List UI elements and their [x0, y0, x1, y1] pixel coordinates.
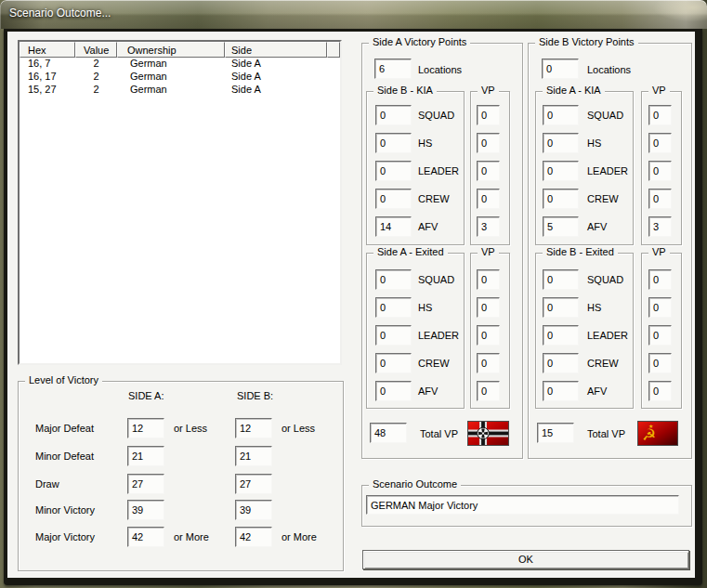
exited-unit-label: CREW: [587, 358, 619, 369]
scenario-outcome-field[interactable]: GERMAN Major Victory: [366, 495, 679, 515]
kia-count-field[interactable]: 0: [375, 189, 412, 209]
table-row[interactable]: 16, 17 2 German Side A: [20, 71, 340, 84]
lov-side-b-field[interactable]: 12: [235, 418, 272, 438]
lov-side-b-field[interactable]: 27: [235, 474, 272, 494]
kia-vp-field[interactable]: 3: [477, 216, 500, 237]
kia-count-field[interactable]: 5: [543, 216, 579, 237]
side-b-locations-label: Locations: [587, 64, 631, 75]
kia-vp-field[interactable]: 0: [648, 161, 672, 181]
exited-vp-field[interactable]: 0: [648, 353, 672, 373]
exited-count-field[interactable]: 0: [543, 381, 579, 401]
lov-side-a-field[interactable]: 21: [127, 446, 164, 466]
exited-count-field[interactable]: 0: [543, 353, 579, 373]
kia-unit-label: CREW: [418, 193, 450, 204]
column-header-hex[interactable]: Hex: [20, 42, 75, 58]
kia-vp-field[interactable]: 0: [648, 189, 672, 209]
exited-count-field[interactable]: 0: [543, 297, 579, 318]
dialog-client: Hex Value Ownership Side 16, 7 2 German …: [7, 32, 695, 578]
lov-side-a-suffix: or More: [174, 531, 209, 542]
kia-vp-field[interactable]: 3: [648, 216, 672, 237]
cell-ownership: German: [117, 71, 225, 84]
kia-count-field[interactable]: 0: [543, 105, 579, 125]
side-a-locations-label: Locations: [418, 64, 462, 75]
side-b-locations-field[interactable]: 0: [542, 59, 579, 79]
locations-table[interactable]: Hex Value Ownership Side 16, 7 2 German …: [18, 40, 342, 365]
locations-table-header: Hex Value Ownership Side: [20, 42, 340, 58]
exited-vp-field[interactable]: 0: [648, 381, 672, 401]
column-header-value[interactable]: Value: [75, 42, 117, 58]
lov-side-a-field[interactable]: 39: [127, 500, 164, 520]
vp-title: VP: [648, 246, 670, 257]
lov-side-a-field[interactable]: 27: [127, 474, 164, 494]
kia-unit-label: SQUAD: [418, 110, 454, 121]
kia-vp-field[interactable]: 0: [648, 105, 672, 125]
exited-count-field[interactable]: 0: [375, 325, 412, 346]
lov-side-b-suffix: or Less: [281, 423, 315, 434]
exited-count-field[interactable]: 0: [543, 325, 579, 346]
cell-hex: 16, 7: [20, 58, 75, 71]
exited-vp-field[interactable]: 0: [648, 269, 672, 290]
kia-vp-field[interactable]: 0: [477, 189, 500, 209]
window-titlebar[interactable]: Scenario Outcome...: [0, 0, 707, 29]
side-b-total-vp-label: Total VP: [587, 428, 625, 439]
exited-vp-field[interactable]: 0: [648, 325, 672, 346]
side-b-panel-title: Side B Victory Points: [535, 36, 638, 47]
exited-vp-field[interactable]: 0: [477, 269, 500, 290]
svg-text:★: ★: [648, 423, 653, 429]
side-a-total-vp-field[interactable]: 48: [370, 423, 407, 443]
exited-unit-label: HS: [418, 302, 432, 313]
exited-vp-field[interactable]: 0: [648, 297, 672, 318]
kia-unit-label: LEADER: [418, 165, 459, 176]
exited-count-field[interactable]: 0: [375, 297, 412, 318]
exited-unit-label: HS: [587, 302, 601, 313]
side-b-kia-title: Side A - KIA: [543, 85, 605, 96]
column-header-ownership[interactable]: Ownership: [117, 42, 225, 58]
lov-side-a-field[interactable]: 12: [127, 418, 164, 438]
kia-unit-label: CREW: [587, 193, 619, 204]
kia-count-field[interactable]: 0: [375, 105, 412, 125]
ok-button[interactable]: OK: [362, 550, 689, 569]
column-header-side[interactable]: Side: [225, 42, 327, 58]
side-a-locations-field[interactable]: 6: [374, 59, 412, 79]
kia-unit-label: LEADER: [587, 165, 628, 176]
side-b-total-vp-field[interactable]: 15: [537, 423, 574, 443]
table-row[interactable]: 15, 27 2 German Side A: [20, 84, 340, 97]
exited-vp-field[interactable]: 0: [477, 381, 500, 401]
kia-count-field[interactable]: 0: [543, 133, 579, 153]
exited-count-field[interactable]: 0: [543, 269, 579, 290]
lov-side-b-field[interactable]: 21: [235, 446, 272, 466]
exited-unit-label: LEADER: [418, 330, 459, 341]
window-title: Scenario Outcome...: [9, 7, 111, 20]
lov-side-a-field[interactable]: 42: [127, 527, 164, 547]
kia-unit-label: AFV: [418, 221, 438, 232]
lov-row-label: Draw: [35, 478, 59, 490]
kia-vp-field[interactable]: 0: [477, 133, 500, 153]
cell-hex: 16, 17: [20, 71, 75, 84]
kia-vp-field[interactable]: 0: [477, 105, 500, 125]
kia-vp-field[interactable]: 0: [648, 133, 672, 153]
kia-count-field[interactable]: 0: [543, 189, 579, 209]
kia-count-field[interactable]: 0: [543, 161, 579, 181]
exited-count-field[interactable]: 0: [375, 269, 412, 290]
table-row[interactable]: 16, 7 2 German Side A: [20, 58, 340, 71]
exited-vp-field[interactable]: 0: [477, 297, 500, 318]
exited-count-field[interactable]: 0: [375, 381, 412, 401]
kia-unit-label: SQUAD: [587, 110, 623, 121]
lov-side-b-field[interactable]: 42: [235, 527, 272, 547]
kia-count-field[interactable]: 0: [375, 133, 412, 153]
kia-count-field[interactable]: 14: [375, 216, 412, 237]
exited-count-field[interactable]: 0: [375, 353, 412, 373]
lov-side-b-field[interactable]: 39: [235, 500, 272, 520]
exited-vp-field[interactable]: 0: [477, 325, 500, 346]
dialog-frame: Hex Value Ownership Side 16, 7 2 German …: [4, 29, 702, 585]
kia-count-field[interactable]: 0: [375, 161, 412, 181]
exited-unit-label: AFV: [418, 385, 438, 397]
cell-ownership: German: [117, 58, 225, 71]
cell-side: Side A: [225, 71, 327, 84]
exited-unit-label: AFV: [587, 385, 607, 397]
exited-vp-field[interactable]: 0: [477, 353, 500, 373]
game-background: Scenario Outcome... Hex Value Ownership …: [0, 0, 707, 588]
cell-value: 2: [75, 58, 117, 71]
kia-vp-field[interactable]: 0: [477, 161, 500, 181]
lov-row-label: Minor Victory: [35, 504, 95, 516]
